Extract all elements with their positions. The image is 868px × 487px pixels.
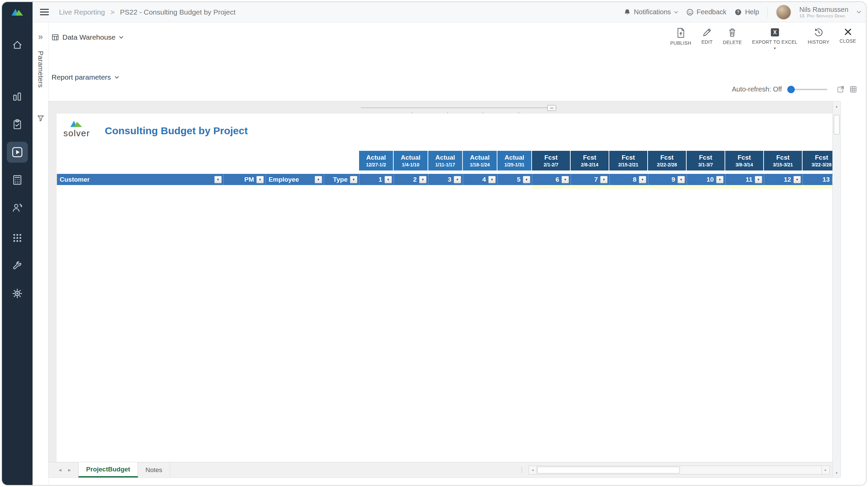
column-header-label: 13 — [823, 176, 830, 183]
scroll-left-button[interactable]: ◂ — [529, 466, 537, 474]
sheet-tab-notes[interactable]: Notes — [138, 462, 170, 478]
column-group-fcst-3/22-3/28: Fcst3/22-3/28 — [803, 151, 833, 170]
column-header-pm[interactable]: PM▼ — [224, 174, 266, 185]
sidebar-item-admin-tools[interactable] — [7, 255, 28, 276]
column-header-employee[interactable]: Employee▼ — [266, 174, 324, 185]
filter-button[interactable]: ▼ — [793, 176, 801, 183]
solver-logo-icon[interactable] — [10, 7, 25, 18]
filter-button[interactable]: ▼ — [716, 176, 724, 183]
filter-button[interactable]: ▼ — [488, 176, 496, 183]
smiley-icon — [686, 8, 694, 16]
slider-knob[interactable] — [787, 86, 795, 93]
column-header-5[interactable]: 5▼ — [498, 174, 532, 185]
chevron-down-icon[interactable] — [856, 11, 861, 14]
column-header-9[interactable]: 9▼ — [648, 174, 687, 185]
column-group-actual-1/4-1/10: Actual1/4-1/10 — [394, 151, 428, 170]
sidebar-item-assignments[interactable] — [7, 114, 28, 135]
next-sheet-button[interactable]: ▸ — [68, 467, 71, 473]
report-parameters-dropdown[interactable]: Report parameters — [52, 73, 119, 81]
filter-button[interactable]: ▼ — [755, 176, 762, 183]
topbar: Live Reporting > PS22 - Consulting Budge… — [33, 2, 866, 22]
scroll-up-button[interactable]: ▴ — [833, 102, 841, 110]
prev-sheet-button[interactable]: ◂ — [59, 467, 61, 473]
breadcrumb-separator: > — [110, 8, 114, 16]
solver-triangle-icon — [69, 120, 84, 128]
column-header-12[interactable]: 12▼ — [764, 174, 803, 185]
expand-panel-icon[interactable]: » — [33, 32, 48, 42]
zoom-slider[interactable] — [361, 105, 557, 114]
forecast-area-fill — [532, 185, 833, 188]
vertical-scrollbar[interactable]: ▴ ▾ — [832, 101, 841, 478]
sidebar-item-integrations[interactable] — [7, 227, 28, 248]
column-header-7[interactable]: 7▼ — [571, 174, 610, 185]
filter-button[interactable]: ▼ — [214, 176, 222, 183]
filter-button[interactable]: ▼ — [315, 176, 322, 183]
horizontal-scroll-thumb[interactable] — [537, 467, 680, 473]
popout-view-icon[interactable] — [837, 85, 845, 93]
filter-button[interactable]: ▼ — [523, 176, 530, 183]
column-header-3[interactable]: 3▼ — [429, 174, 463, 185]
column-header-10[interactable]: 10▼ — [687, 174, 726, 185]
grid-view-icon[interactable] — [849, 85, 857, 93]
toolbar: Data Warehouse PUBLISH EDIT DELETE X — [52, 24, 861, 50]
export-to-excel-button[interactable]: X EXPORT TO EXCEL ▾ — [747, 24, 803, 50]
edit-button[interactable]: EDIT — [696, 24, 718, 45]
scroll-down-button[interactable]: ▾ — [833, 469, 841, 477]
feedback-button[interactable]: Feedback — [686, 8, 727, 16]
vertical-scroll-thumb[interactable] — [834, 115, 840, 135]
column-header-1[interactable]: 1▼ — [359, 174, 394, 185]
data-source-dropdown[interactable]: Data Warehouse — [52, 33, 123, 41]
filter-button[interactable]: ▼ — [256, 176, 264, 183]
column-header-4[interactable]: 4▼ — [463, 174, 498, 185]
column-header-label: 11 — [746, 176, 752, 183]
sidebar-item-live-reporting[interactable] — [7, 142, 28, 163]
column-header-type[interactable]: Type▼ — [324, 174, 359, 185]
column-header-2[interactable]: 2▼ — [394, 174, 429, 185]
sidebar-item-home[interactable] — [7, 35, 28, 56]
notifications-button[interactable]: Notifications — [624, 8, 678, 16]
filter-button[interactable]: ▼ — [350, 176, 357, 183]
filter-button[interactable]: ▼ — [677, 176, 685, 183]
user-avatar[interactable] — [776, 4, 791, 20]
user-sync-icon — [12, 202, 23, 213]
breadcrumb-section[interactable]: Live Reporting — [59, 8, 105, 16]
horizontal-scrollbar[interactable]: ⋮ ◂ ▸ — [519, 465, 830, 474]
clipboard-icon — [12, 119, 23, 130]
column-header-11[interactable]: 11▼ — [726, 174, 764, 185]
zoom-slider-handle[interactable] — [547, 105, 556, 111]
table-header-row: Customer▼PM▼Employee▼Type▼1▼2▼3▼4▼5▼6▼7▼… — [57, 174, 833, 185]
filter-button[interactable]: ▼ — [639, 176, 646, 183]
sidebar-item-reports[interactable] — [7, 86, 28, 107]
menu-icon[interactable] — [40, 7, 49, 17]
column-header-8[interactable]: 8▼ — [610, 174, 648, 185]
filter-icon[interactable] — [37, 115, 44, 123]
filter-button[interactable]: ▼ — [454, 176, 461, 183]
delete-button[interactable]: DELETE — [718, 24, 747, 45]
sidebar-item-settings[interactable] — [7, 283, 28, 304]
close-button[interactable]: CLOSE — [834, 24, 861, 44]
breadcrumb-page: PS22 - Consulting Budget by Project — [120, 8, 236, 16]
zoom-slider-track[interactable] — [361, 107, 557, 108]
column-group-fcst-3/8-3/14: Fcst3/8-3/14 — [725, 151, 764, 170]
filter-button[interactable]: ▼ — [600, 176, 608, 183]
sheet-tab-projectbudget[interactable]: ProjectBudget — [78, 462, 138, 478]
user-info[interactable]: Nils Rasmussen 13. Pro Services Demo — [800, 6, 848, 18]
history-button[interactable]: HISTORY — [803, 24, 834, 45]
help-button[interactable]: ? Help — [734, 8, 759, 16]
parameters-label[interactable]: Parameters — [37, 51, 45, 88]
splitter-grip-icon[interactable]: ⋮ — [519, 466, 525, 473]
filter-button[interactable]: ▼ — [384, 176, 392, 183]
sidebar-item-user-management[interactable] — [7, 197, 28, 218]
export-dropdown-caret[interactable]: ▾ — [774, 46, 776, 50]
column-header-13[interactable]: 13▼ — [803, 174, 833, 185]
horizontal-scroll-track[interactable] — [537, 466, 822, 474]
filter-button[interactable]: ▼ — [561, 176, 569, 183]
auto-refresh-slider[interactable] — [788, 89, 827, 90]
scroll-right-button[interactable]: ▸ — [822, 466, 830, 474]
column-header-customer[interactable]: Customer▼ — [57, 174, 224, 185]
publish-button[interactable]: PUBLISH — [665, 24, 696, 46]
column-header-6[interactable]: 6▼ — [532, 174, 571, 185]
sidebar-item-budgeting[interactable] — [7, 169, 28, 190]
filter-button[interactable]: ▼ — [419, 176, 427, 183]
edit-icon — [703, 28, 712, 37]
